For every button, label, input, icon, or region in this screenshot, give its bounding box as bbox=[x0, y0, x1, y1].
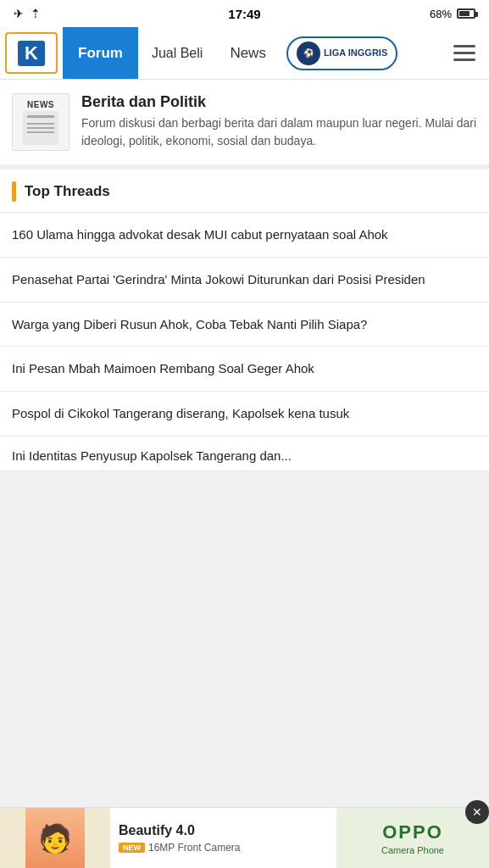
section-accent bbox=[12, 181, 16, 202]
ad-banner: 🧑 Beautify 4.0 NEW 16MP Front Camera OPP… bbox=[0, 807, 489, 868]
top-threads-header: Top Threads bbox=[0, 170, 489, 213]
category-title: Berita dan Politik bbox=[81, 93, 477, 111]
thread-item[interactable]: Pospol di Cikokol Tangerang diserang, Ka… bbox=[0, 392, 489, 437]
thread-title: 160 Ulama hingga advokat desak MUI cabut… bbox=[12, 227, 388, 242]
thread-title: Pospol di Cikokol Tangerang diserang, Ka… bbox=[12, 406, 349, 420]
status-right: 68% bbox=[430, 8, 475, 20]
thread-item[interactable]: Warga yang Diberi Rusun Ahok, Coba Tebak… bbox=[0, 303, 489, 348]
nav-bar: K Forum Jual Beli News ⚽ LIGA INGGRIS bbox=[0, 27, 489, 80]
category-description: Forum diskusi dan berbagi berita dari da… bbox=[81, 114, 477, 150]
thread-title: Ini Identitas Penyusup Kapolsek Tangeran… bbox=[12, 448, 292, 463]
logo-text: K bbox=[18, 41, 45, 66]
battery-icon bbox=[457, 8, 475, 19]
thread-title: Ini Pesan Mbah Maimoen Rembang Soal Gege… bbox=[12, 361, 314, 376]
ad-oppo-brand: OPPO bbox=[382, 821, 443, 843]
status-icons bbox=[14, 6, 41, 21]
thread-list: 160 Ulama hingga advokat desak MUI cabut… bbox=[0, 213, 489, 471]
logo-button[interactable]: K bbox=[5, 32, 58, 74]
news-thumb-paper bbox=[23, 111, 58, 145]
news-thumb-label: NEWS bbox=[27, 100, 54, 109]
ad-subtitle: NEW 16MP Front Camera bbox=[119, 842, 328, 854]
liga-badge: ⚽ LIGA INGGRIS bbox=[286, 36, 397, 70]
status-bar: 17:49 68% bbox=[0, 0, 489, 27]
liga-circle-icon: ⚽ bbox=[297, 42, 320, 65]
forum-tab[interactable]: Forum bbox=[63, 27, 138, 79]
ad-brand-name: Beautify 4.0 bbox=[119, 823, 328, 838]
category-text: Berita dan Politik Forum diskusi dan ber… bbox=[81, 93, 477, 150]
forum-label: Forum bbox=[78, 45, 123, 62]
thread-title: Penasehat Partai 'Gerindra' Minta Jokowi… bbox=[12, 272, 425, 287]
thread-title: Warga yang Diberi Rusun Ahok, Coba Tebak… bbox=[12, 317, 367, 331]
wifi-icon bbox=[31, 6, 41, 21]
liga-button[interactable]: ⚽ LIGA INGGRIS bbox=[280, 27, 404, 79]
hamburger-icon bbox=[453, 45, 475, 61]
close-icon: ✕ bbox=[472, 805, 482, 819]
section-title: Top Threads bbox=[25, 183, 110, 200]
battery-fill bbox=[459, 11, 470, 16]
ad-middle-content: Beautify 4.0 NEW 16MP Front Camera bbox=[110, 808, 336, 868]
ad-close-button[interactable]: ✕ bbox=[465, 800, 489, 824]
news-thumbnail: NEWS bbox=[12, 93, 69, 151]
thread-item[interactable]: Penasehat Partai 'Gerindra' Minta Jokowi… bbox=[0, 258, 489, 303]
ad-oppo-subtitle: Camera Phone bbox=[381, 845, 444, 855]
thread-item[interactable]: 160 Ulama hingga advokat desak MUI cabut… bbox=[0, 213, 489, 258]
ad-subtitle-text: 16MP Front Camera bbox=[148, 842, 241, 854]
airplane-icon bbox=[14, 6, 24, 21]
thread-item[interactable]: Ini Pesan Mbah Maimoen Rembang Soal Gege… bbox=[0, 347, 489, 392]
ad-new-badge: NEW bbox=[119, 843, 145, 853]
category-section: NEWS Berita dan Politik Forum diskusi da… bbox=[0, 80, 489, 170]
news-label: News bbox=[230, 45, 266, 62]
news-tab[interactable]: News bbox=[216, 27, 280, 79]
status-time: 17:49 bbox=[228, 7, 260, 21]
jualbeli-label: Jual Beli bbox=[152, 46, 203, 61]
jualbeli-tab[interactable]: Jual Beli bbox=[138, 27, 216, 79]
battery-percent: 68% bbox=[430, 8, 452, 20]
liga-text: LIGA INGGRIS bbox=[324, 47, 387, 58]
ad-face-image: 🧑 bbox=[25, 808, 85, 868]
ad-image-left: 🧑 bbox=[0, 808, 110, 868]
thread-item-partial[interactable]: Ini Identitas Penyusup Kapolsek Tangeran… bbox=[0, 437, 489, 471]
hamburger-menu[interactable] bbox=[440, 27, 489, 79]
